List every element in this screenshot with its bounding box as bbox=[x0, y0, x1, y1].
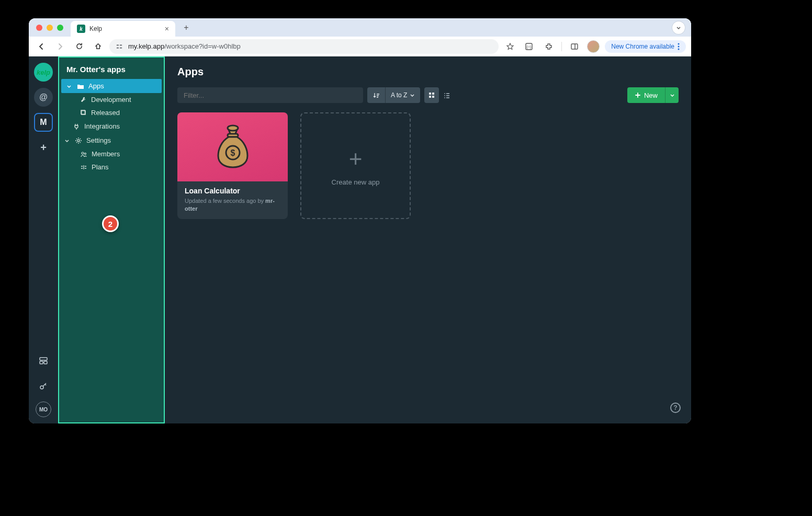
svg-point-19 bbox=[85, 153, 86, 154]
maximize-window-button[interactable] bbox=[57, 25, 63, 31]
site-settings-icon[interactable] bbox=[116, 43, 123, 50]
sidebar-title: Mr. Otter's apps bbox=[59, 58, 164, 79]
sidebar-item-integrations[interactable]: Integrations bbox=[59, 119, 164, 133]
sidebar-item-members[interactable]: Members bbox=[59, 147, 164, 160]
window-controls bbox=[36, 25, 63, 31]
workspace-rail: kelp @ M + MO bbox=[29, 56, 58, 423]
svg-rect-20 bbox=[429, 93, 431, 95]
home-button[interactable] bbox=[91, 39, 105, 54]
svg-point-9 bbox=[678, 45, 680, 47]
wrench-icon bbox=[80, 96, 87, 103]
plans-icon bbox=[80, 164, 87, 171]
rail-mentions[interactable]: @ bbox=[34, 88, 53, 107]
svg-point-30 bbox=[228, 125, 238, 131]
sidepanel-icon[interactable] bbox=[567, 39, 582, 54]
sort-group: A to Z bbox=[367, 87, 420, 103]
new-button[interactable]: New bbox=[627, 87, 665, 103]
sidebar-item-plans[interactable]: Plans bbox=[59, 160, 164, 174]
browser-tab-kelp[interactable]: k Kelp × bbox=[71, 21, 175, 37]
sidebar-item-label: Released bbox=[91, 109, 120, 117]
members-icon bbox=[80, 151, 87, 158]
svg-rect-29 bbox=[446, 97, 449, 98]
url-text: my.kelp.app/workspace?id=w-w0hlbp bbox=[128, 42, 241, 50]
reload-button[interactable] bbox=[72, 39, 86, 54]
create-app-label: Create new app bbox=[332, 178, 380, 186]
plus-icon: + bbox=[349, 146, 363, 172]
svg-rect-3 bbox=[120, 47, 122, 48]
key-icon[interactable] bbox=[34, 376, 53, 395]
browser-window: k Kelp × + my.kelp.app/workspa bbox=[29, 18, 691, 423]
sidebar-item-label: Apps bbox=[88, 82, 104, 90]
svg-text:{=}: {=} bbox=[527, 45, 532, 49]
toolbar-divider bbox=[561, 42, 562, 51]
chevron-down-icon bbox=[410, 93, 415, 98]
svg-rect-0 bbox=[117, 44, 119, 45]
annotation-badge-2: 2 bbox=[102, 215, 119, 232]
address-bar[interactable]: my.kelp.app/workspace?id=w-w0hlbp bbox=[109, 39, 499, 54]
forward-button[interactable] bbox=[53, 39, 67, 54]
kelp-logo[interactable]: kelp bbox=[34, 63, 53, 82]
svg-point-18 bbox=[82, 152, 84, 154]
svg-rect-1 bbox=[120, 44, 122, 45]
app-card-body: Loan Calculator Updated a few seconds ag… bbox=[177, 181, 288, 219]
sidebar-item-released[interactable]: Released bbox=[59, 106, 164, 119]
money-bag-icon: $ bbox=[212, 123, 254, 170]
sidebar-item-settings[interactable]: Settings bbox=[59, 133, 164, 147]
folder-icon bbox=[77, 83, 84, 90]
view-toggle bbox=[424, 87, 454, 103]
new-tab-button[interactable]: + bbox=[179, 21, 193, 35]
extension-icon-1[interactable]: {=} bbox=[522, 39, 536, 54]
help-button[interactable]: ? bbox=[670, 403, 681, 413]
extensions-icon[interactable] bbox=[542, 39, 556, 54]
app-card-meta: Updated a few seconds ago by mr-otter bbox=[185, 197, 280, 213]
plus-icon bbox=[635, 92, 641, 98]
sidebar-item-label: Development bbox=[91, 96, 131, 104]
tab-overflow-button[interactable] bbox=[672, 21, 685, 34]
svg-text:$: $ bbox=[230, 148, 235, 157]
svg-rect-21 bbox=[432, 93, 434, 95]
sort-direction-button[interactable] bbox=[367, 87, 385, 103]
sidebar-item-label: Integrations bbox=[84, 122, 120, 130]
minimize-window-button[interactable] bbox=[47, 25, 53, 31]
browser-toolbar: my.kelp.app/workspace?id=w-w0hlbp {=} Ne… bbox=[29, 37, 691, 56]
svg-point-26 bbox=[444, 95, 445, 96]
grid-view-button[interactable] bbox=[424, 87, 439, 103]
svg-rect-13 bbox=[44, 361, 47, 364]
back-button[interactable] bbox=[34, 39, 49, 54]
apps-grid: $ Loan Calculator Updated a few seconds … bbox=[177, 112, 679, 219]
svg-point-28 bbox=[444, 97, 445, 98]
apps-stack-icon[interactable] bbox=[34, 351, 53, 370]
gear-icon bbox=[75, 137, 82, 144]
svg-rect-25 bbox=[446, 93, 449, 94]
rail-workspace-m[interactable]: M bbox=[34, 113, 53, 132]
chevron-down-icon bbox=[670, 93, 675, 98]
bookmark-icon[interactable] bbox=[503, 39, 517, 54]
filter-input[interactable] bbox=[177, 87, 363, 103]
sort-mode-button[interactable]: A to Z bbox=[385, 87, 420, 103]
user-avatar[interactable]: MO bbox=[36, 402, 51, 417]
app-card-loan-calculator[interactable]: $ Loan Calculator Updated a few seconds … bbox=[177, 112, 288, 219]
tab-title: Kelp bbox=[89, 25, 102, 32]
close-window-button[interactable] bbox=[36, 25, 42, 31]
sidebar-item-label: Members bbox=[92, 150, 120, 158]
chrome-update-chip[interactable]: New Chrome available bbox=[605, 40, 686, 53]
sidebar-item-label: Plans bbox=[92, 163, 109, 171]
plug-icon bbox=[73, 123, 80, 130]
sidebar-item-apps[interactable]: Apps bbox=[61, 79, 162, 93]
page-title: Apps bbox=[177, 66, 679, 78]
svg-point-8 bbox=[678, 43, 680, 44]
new-dropdown-button[interactable] bbox=[665, 87, 679, 103]
svg-rect-12 bbox=[40, 361, 43, 364]
chevron-down-icon bbox=[64, 138, 71, 143]
sidebar-item-development[interactable]: Development bbox=[59, 93, 164, 106]
toolbar-controls: A to Z New bbox=[177, 87, 679, 103]
close-tab-icon[interactable]: × bbox=[165, 25, 169, 33]
svg-point-24 bbox=[444, 93, 445, 94]
svg-rect-11 bbox=[40, 358, 47, 360]
create-app-card[interactable]: + Create new app bbox=[300, 112, 411, 219]
list-view-button[interactable] bbox=[439, 87, 454, 103]
rail-add-workspace[interactable]: + bbox=[34, 138, 53, 157]
app-card-thumbnail: $ bbox=[177, 112, 288, 181]
svg-rect-6 bbox=[571, 44, 578, 49]
profile-avatar[interactable] bbox=[587, 40, 600, 53]
